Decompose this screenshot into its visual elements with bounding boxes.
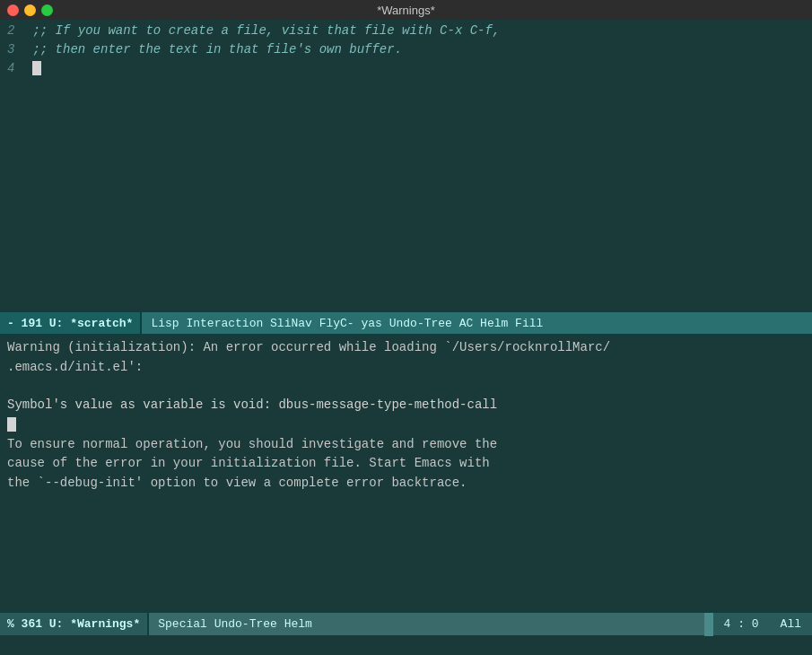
modeline-scratch-right: Lisp Interaction SliNav FlyC- yas Undo-T… [142,312,812,334]
modeline-position: 4 : 0 [713,613,770,635]
modeline-scratch: - 191 U: *scratch* Lisp Interaction SliN… [0,311,812,335]
scratch-pane: 2 ;; If you want to create a file, visit… [0,20,812,311]
cursor-warnings-block [7,417,16,432]
info-line-2: cause of the error in your initializatio… [7,454,805,474]
code-line-3: 3 ;; then enter the text in that file's … [7,40,805,59]
modeline-warnings-status: % 361 U: *Warnings* [7,617,140,631]
code-line-4: 4 [7,59,805,78]
position-text: 4 : 0 [724,617,759,631]
warning-line-1: Warning (initialization): An error occur… [7,338,805,358]
warnings-pane: Warning (initialization): An error occur… [0,335,812,612]
warnings-area: Warning (initialization): An error occur… [0,335,812,497]
warning-line-2: .emacs.d/init.el': [7,358,805,378]
symbol-line: Symbol's value as variable is void: dbus… [7,396,805,415]
modeline-warnings-modes: Special Undo-Tree Helm [158,617,312,631]
line-num-2: 2 [7,22,25,40]
modeline-warnings-left: % 361 U: *Warnings* [0,613,147,635]
modeline-scratch-left: - 191 U: *scratch* [0,312,140,334]
maximize-button[interactable] [41,4,53,16]
editor-area: *Warnings* 2 ;; If you want to create a … [0,0,812,635]
window-titlebar: *Warnings* [0,0,812,20]
cursor [32,61,41,75]
line-num-4: 4 [7,59,25,78]
modeline-warnings-right: 4 : 0 All [704,613,812,635]
scroll-indicator[interactable] [704,613,713,636]
blank-line-1 [7,377,805,396]
line-num-3: 3 [7,40,25,59]
window-controls [7,4,53,16]
minimize-button[interactable] [24,4,36,16]
modeline-scratch-modes: Lisp Interaction SliNav FlyC- yas Undo-T… [151,317,543,330]
all-text: All [781,617,801,631]
window-title: *Warnings* [377,4,435,17]
code-area[interactable]: 2 ;; If you want to create a file, visit… [0,20,812,80]
close-button[interactable] [7,4,19,16]
info-line-1: To ensure normal operation, you should i… [7,435,805,455]
modeline-all: All [770,613,812,635]
info-line-3: the `--debug-init' option to view a comp… [7,474,805,493]
code-line-2: 2 ;; If you want to create a file, visit… [7,22,805,40]
info-text-2: cause of the error in your initializatio… [7,456,490,470]
modeline-warnings-center: Special Undo-Tree Helm [149,613,703,635]
modeline-scratch-status: - 191 U: *scratch* [7,317,133,330]
warning-text-1: Warning (initialization): An error occur… [7,340,610,354]
info-text-1: To ensure normal operation, you should i… [7,437,497,451]
warning-text-2: .emacs.d/init.el': [7,360,143,374]
cursor-warnings [7,415,805,435]
modeline-warnings: % 361 U: *Warnings* Special Undo-Tree He… [0,612,812,635]
code-text-3: ;; then enter the text in that file's ow… [32,42,402,57]
code-text-2: ;; If you want to create a file, visit t… [32,23,500,38]
symbol-text: Symbol's value as variable is void: dbus… [7,397,497,412]
info-text-3: the `--debug-init' option to view a comp… [7,476,467,490]
